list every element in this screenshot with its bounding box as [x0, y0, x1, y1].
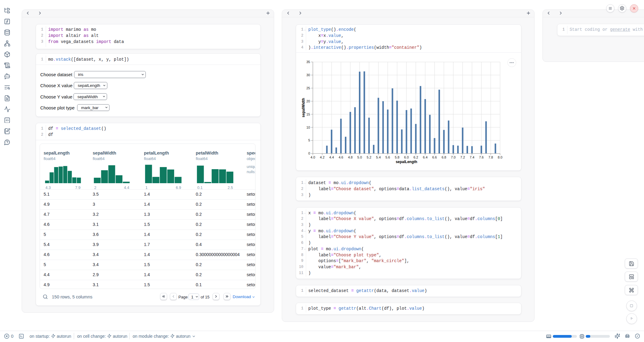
svg-text:sepalWidth: sepalWidth [301, 98, 306, 117]
svg-text:sepalLength: sepalLength [396, 160, 417, 164]
svg-text:10: 10 [306, 126, 310, 129]
svg-text:25: 25 [306, 86, 310, 90]
svg-text:7.0: 7.0 [451, 155, 456, 159]
svg-text:4.2: 4.2 [320, 155, 324, 159]
svg-text:20: 20 [306, 99, 310, 103]
svg-text:5.2: 5.2 [367, 155, 371, 159]
svg-text:6.6: 6.6 [432, 155, 437, 159]
svg-text:6.0: 6.0 [404, 155, 409, 159]
svg-text:15: 15 [306, 112, 310, 116]
svg-text:5.8: 5.8 [395, 155, 399, 159]
svg-text:4.4: 4.4 [329, 155, 334, 159]
svg-text:7.6: 7.6 [479, 155, 484, 159]
svg-text:35: 35 [306, 60, 310, 64]
svg-text:4.6: 4.6 [338, 155, 343, 159]
svg-text:6.2: 6.2 [413, 155, 418, 159]
svg-text:0: 0 [308, 151, 310, 155]
svg-text:7.2: 7.2 [460, 155, 465, 159]
svg-text:5: 5 [308, 138, 310, 142]
svg-text:7.4: 7.4 [470, 155, 474, 159]
svg-text:6.8: 6.8 [442, 155, 446, 159]
svg-text:8.0: 8.0 [498, 155, 502, 159]
svg-text:5.6: 5.6 [385, 155, 390, 159]
svg-text:7.8: 7.8 [488, 155, 493, 159]
svg-text:4.8: 4.8 [348, 155, 352, 159]
svg-text:5.4: 5.4 [376, 155, 381, 159]
svg-text:30: 30 [306, 73, 310, 77]
svg-text:4.0: 4.0 [310, 155, 315, 159]
svg-text:5.0: 5.0 [357, 155, 362, 159]
svg-text:6.4: 6.4 [423, 155, 428, 159]
